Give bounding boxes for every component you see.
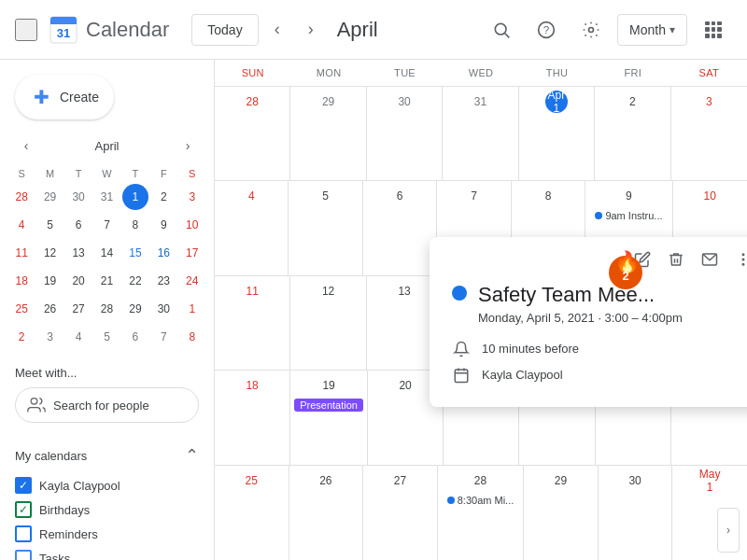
mini-cal-day[interactable]: 3: [37, 324, 63, 350]
mini-cal-day[interactable]: 14: [93, 240, 120, 266]
mini-cal-day[interactable]: 8: [122, 212, 148, 238]
mini-cal-day[interactable]: 6: [65, 212, 92, 238]
mini-cal-day[interactable]: 10: [179, 212, 205, 238]
next-button[interactable]: ›: [296, 15, 326, 45]
mini-cal-day[interactable]: 7: [150, 324, 176, 350]
mini-cal-day[interactable]: 8: [179, 324, 205, 350]
cal-cell-29[interactable]: 29: [290, 87, 366, 180]
prev-button[interactable]: ‹: [262, 15, 292, 45]
cal-cell-11[interactable]: 11: [215, 276, 290, 370]
cal-cell-5[interactable]: 5: [289, 181, 362, 274]
cal-cell-3[interactable]: 3: [671, 87, 747, 180]
mini-cal-day[interactable]: 4: [65, 324, 92, 350]
cell-date: 26: [315, 469, 337, 492]
mini-cal-day[interactable]: 5: [93, 324, 120, 350]
cal-cell-28b[interactable]: 28 8:30am Mi...: [438, 466, 525, 560]
scroll-button[interactable]: ›: [717, 508, 740, 553]
my-calendars-header[interactable]: My calendars ⌃: [15, 445, 199, 466]
calendar-item-tasks[interactable]: Tasks: [15, 546, 199, 560]
mini-cal-day[interactable]: 31: [93, 184, 120, 210]
cell-date: 12: [317, 280, 340, 302]
mini-cal-day[interactable]: 19: [37, 268, 63, 294]
cal-cell-2[interactable]: 2: [595, 87, 670, 180]
cal-cell-30[interactable]: 30: [367, 87, 443, 180]
day-header-sun: SUN: [215, 60, 290, 86]
mini-day-header: S: [7, 164, 35, 183]
mini-cal-day[interactable]: 16: [150, 240, 176, 266]
create-button[interactable]: ✚ Create: [15, 75, 114, 119]
mini-cal-day[interactable]: 27: [65, 296, 92, 322]
mini-cal-day[interactable]: 17: [179, 240, 205, 266]
mini-cal-day[interactable]: 2: [8, 324, 35, 350]
day-header-thu: THU: [519, 60, 595, 86]
cal-cell-27[interactable]: 27: [363, 466, 438, 560]
mini-cal-day[interactable]: 30: [150, 296, 176, 322]
menu-button[interactable]: [15, 19, 37, 41]
mini-cal-day[interactable]: 15: [122, 240, 148, 266]
mini-cal-day[interactable]: 26: [37, 296, 63, 322]
popup-email-button[interactable]: [695, 245, 725, 274]
popup-more-button[interactable]: [728, 245, 747, 274]
cal-cell-18[interactable]: 18: [215, 371, 290, 464]
event-chip-presentation[interactable]: Presentation: [294, 399, 363, 412]
mini-cal-day[interactable]: 20: [65, 268, 92, 294]
popup-datetime: Monday, April 5, 2021 · 3:00 – 4:00pm: [478, 311, 683, 325]
cal-cell-29b[interactable]: 29: [524, 466, 599, 560]
calendar-name-reminders: Reminders: [39, 527, 98, 541]
mini-cal-day[interactable]: 13: [65, 240, 92, 266]
mini-cal-day-today[interactable]: 1: [122, 184, 148, 210]
popup-delete-button[interactable]: [661, 245, 691, 274]
cal-cell-25[interactable]: 25: [215, 466, 289, 560]
mini-cal-day[interactable]: 18: [8, 268, 35, 294]
mini-cal-day[interactable]: 2: [150, 184, 176, 210]
mini-cal-day[interactable]: 6: [122, 324, 148, 350]
app-name: Calendar: [86, 18, 169, 42]
mini-cal-day[interactable]: 29: [122, 296, 148, 322]
mini-cal-day[interactable]: 12: [37, 240, 63, 266]
cell-date: 8: [537, 185, 559, 207]
mini-cal-day[interactable]: 5: [37, 212, 63, 238]
mini-cal-day[interactable]: 11: [8, 240, 35, 266]
cal-cell-26[interactable]: 26: [289, 466, 364, 560]
cal-cell-31[interactable]: 31: [443, 87, 518, 180]
calendar-item-birthdays[interactable]: ✓ Birthdays: [15, 497, 199, 522]
mini-cal-next[interactable]: ›: [176, 134, 199, 157]
cal-cell-6[interactable]: 6: [363, 181, 437, 274]
settings-button[interactable]: [572, 11, 610, 49]
mini-cal-day[interactable]: 4: [8, 212, 35, 238]
mini-cal-day[interactable]: 21: [93, 268, 120, 294]
mini-cal-day[interactable]: 9: [150, 212, 176, 238]
mini-cal-prev[interactable]: ‹: [15, 134, 37, 157]
mini-cal-day[interactable]: 1: [179, 296, 205, 322]
view-selector-button[interactable]: Month ▾: [617, 14, 687, 46]
mini-cal-day[interactable]: 25: [8, 296, 35, 322]
event-chip-mi[interactable]: 8:30am Mi...: [442, 494, 520, 507]
mini-day-header: S: [178, 164, 206, 183]
mini-cal-day[interactable]: 28: [8, 184, 35, 210]
search-button[interactable]: [483, 11, 520, 49]
cell-date: 7: [463, 185, 486, 207]
help-button[interactable]: ?: [528, 11, 565, 49]
calendar-item-reminders[interactable]: Reminders: [15, 522, 199, 546]
mini-cal-day[interactable]: 22: [122, 268, 148, 294]
cal-cell-30b[interactable]: 30: [599, 466, 673, 560]
mini-cal-day[interactable]: 3: [179, 184, 205, 210]
event-chip-instru[interactable]: 9am Instru...: [589, 209, 668, 222]
calendar-item-kayla[interactable]: ✓ Kayla Claypool: [15, 473, 199, 497]
svg-line-6: [505, 33, 510, 37]
svg-point-12: [742, 254, 744, 256]
cal-cell-4[interactable]: 4: [215, 181, 289, 274]
apps-button[interactable]: [695, 11, 732, 49]
mini-cal-day[interactable]: 23: [150, 268, 176, 294]
search-people-button[interactable]: Search for people: [15, 387, 199, 423]
cal-cell-12[interactable]: 12: [290, 276, 366, 370]
mini-cal-day[interactable]: 7: [93, 212, 120, 238]
cal-cell-28[interactable]: 28: [215, 87, 290, 180]
cal-cell-apr1[interactable]: Apr 1: [519, 87, 595, 180]
mini-cal-day[interactable]: 24: [179, 268, 205, 294]
today-button[interactable]: Today: [191, 14, 258, 46]
mini-cal-day[interactable]: 30: [65, 184, 92, 210]
mini-cal-day[interactable]: 28: [93, 296, 120, 322]
mini-cal-day[interactable]: 29: [37, 184, 63, 210]
cal-cell-19[interactable]: 19 Presentation: [290, 371, 368, 464]
